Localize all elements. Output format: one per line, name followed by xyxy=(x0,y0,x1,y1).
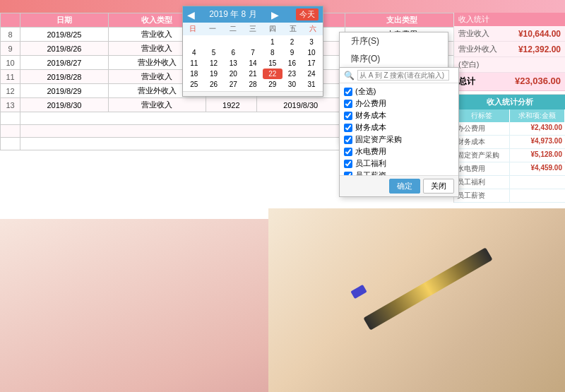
filter-option-item[interactable]: 员工福利 xyxy=(344,158,454,170)
cell-date: 2019/8/25 xyxy=(20,28,109,42)
cell-expdate: 2019/8/30 xyxy=(256,98,345,112)
calendar-weekdays: 日 一 二 三 四 五 六 xyxy=(183,23,323,35)
summary-row-3: (空白) xyxy=(454,57,565,73)
calendar-day xyxy=(243,37,263,47)
calendar-month: 8 xyxy=(242,9,246,19)
income-row-value: ¥5,128.00 xyxy=(510,149,565,162)
calendar-year-label: 年 xyxy=(230,9,241,19)
filter-option-item[interactable]: (全选) xyxy=(344,85,454,97)
calendar-day[interactable]: 10 xyxy=(302,47,321,58)
income-row-value xyxy=(510,189,565,202)
filter-option-checkbox[interactable] xyxy=(344,136,352,144)
calendar-day[interactable]: 19 xyxy=(204,69,224,79)
filter-option-item[interactable]: 固定资产采购 xyxy=(344,133,454,145)
calendar-day[interactable]: 17 xyxy=(302,58,321,69)
filter-option-checkbox[interactable] xyxy=(344,148,352,156)
calendar-day[interactable]: 8 xyxy=(263,47,282,58)
cell-amount: 1922 xyxy=(206,98,256,112)
filter-option-checkbox[interactable] xyxy=(344,124,352,132)
calendar-prev[interactable]: ◀ xyxy=(187,9,195,20)
calendar-day[interactable]: 21 xyxy=(243,69,263,79)
ctx-sort-desc[interactable]: 降序(O) xyxy=(340,50,448,68)
calendar-next[interactable]: ▶ xyxy=(271,9,279,20)
income-row-label: 办公费用 xyxy=(454,122,510,135)
calendar-day[interactable]: 2 xyxy=(282,37,302,47)
calendar-day[interactable]: 7 xyxy=(243,47,263,58)
filter-option-checkbox[interactable] xyxy=(344,88,352,96)
calendar-header: ◀ 2019 年 8 月 ▶ 今天 xyxy=(183,6,323,23)
calendar-day[interactable]: 5 xyxy=(204,47,224,58)
calendar-day[interactable]: 20 xyxy=(223,69,243,79)
summary-label-2: 营业外收入 xyxy=(458,44,497,54)
calendar-day[interactable]: 29 xyxy=(263,79,282,90)
calendar-day[interactable]: 31 xyxy=(302,79,321,90)
income-row-label: 员工福利 xyxy=(454,176,510,189)
cal-weekday-sun: 日 xyxy=(183,23,203,35)
calendar-day[interactable]: 3 xyxy=(302,37,321,47)
filter-search-input[interactable] xyxy=(357,70,449,81)
calendar-day[interactable]: 16 xyxy=(282,58,302,69)
income-row-item: 办公费用 ¥2,430.00 xyxy=(454,122,565,136)
filter-options-list: (全选)办公费用财务成本财务成本固定资产采购水电费用员工福利员工薪资(空白) xyxy=(340,83,458,175)
cal-weekday-thu: 四 xyxy=(263,23,282,35)
summary-value-2: ¥12,392.00 xyxy=(518,44,561,54)
filter-option-item[interactable]: 财务成本 xyxy=(344,109,454,121)
income-row-value: ¥2,430.00 xyxy=(510,122,565,135)
cell-rownum xyxy=(1,138,20,150)
calendar-day[interactable]: 4 xyxy=(184,47,204,58)
calendar-day[interactable]: 1 xyxy=(263,37,282,47)
calendar-day[interactable]: 12 xyxy=(204,58,224,69)
calendar-month-label: 月 xyxy=(249,9,257,19)
calendar-day[interactable]: 23 xyxy=(282,69,302,79)
summary-label-1: 营业收入 xyxy=(458,28,489,39)
income-row-value xyxy=(510,176,565,189)
calendar-day xyxy=(184,37,204,47)
income-col1: 行标签 xyxy=(454,109,510,122)
calendar-year: 2019 xyxy=(209,9,228,19)
filter-option-checkbox[interactable] xyxy=(344,172,352,176)
filter-footer: 确定 关闭 xyxy=(340,175,458,196)
filter-option-item[interactable]: 办公费用 xyxy=(344,97,454,109)
summary-label-3: (空白) xyxy=(458,59,479,70)
calendar-grid: 1234567891011121314151617181920212223242… xyxy=(183,35,323,91)
filter-ok-button[interactable]: 确定 xyxy=(389,179,420,194)
calendar-popup[interactable]: ◀ 2019 年 8 月 ▶ 今天 日 一 二 三 四 五 六 12345678… xyxy=(182,6,323,97)
calendar-day[interactable]: 15 xyxy=(263,58,282,69)
cell-rownum xyxy=(1,125,20,138)
filter-option-checkbox[interactable] xyxy=(344,160,352,168)
calendar-day[interactable]: 13 xyxy=(223,58,243,69)
filter-close-button[interactable]: 关闭 xyxy=(423,179,454,194)
income-row-item: 员工福利 xyxy=(454,176,565,189)
calendar-day[interactable]: 27 xyxy=(223,79,243,90)
calendar-day[interactable]: 6 xyxy=(223,47,243,58)
income-row-item: 财务成本 ¥4,973.00 xyxy=(454,136,565,149)
calendar-day[interactable]: 25 xyxy=(184,79,204,90)
cell-date: 2019/8/28 xyxy=(20,70,109,84)
cell-rownum: 9 xyxy=(1,42,20,56)
ctx-sort-asc[interactable]: 升序(S) xyxy=(340,32,448,50)
filter-option-item[interactable]: 水电费用 xyxy=(344,145,454,158)
income-row-value: ¥4,973.00 xyxy=(510,136,565,148)
calendar-day[interactable]: 26 xyxy=(204,79,224,90)
filter-search-icon: 🔍 xyxy=(344,71,355,81)
calendar-day[interactable]: 22 xyxy=(263,69,282,79)
calendar-today-button[interactable]: 今天 xyxy=(296,8,319,20)
calendar-day[interactable]: 14 xyxy=(243,58,263,69)
cell-rownum: 10 xyxy=(1,56,20,70)
filter-option-label: 财务成本 xyxy=(355,110,386,121)
calendar-year-month: 2019 年 8 月 xyxy=(209,8,256,20)
col-header-num xyxy=(1,13,20,28)
calendar-day[interactable]: 9 xyxy=(282,47,302,58)
calendar-day[interactable]: 30 xyxy=(282,79,302,90)
income-row-label: 水电费用 xyxy=(454,162,510,175)
filter-option-label: 办公费用 xyxy=(355,98,386,109)
calendar-day[interactable]: 18 xyxy=(184,69,204,79)
calendar-day xyxy=(223,37,243,47)
filter-option-item[interactable]: 员工薪资 xyxy=(344,170,454,175)
filter-option-item[interactable]: 财务成本 xyxy=(344,121,454,133)
filter-option-checkbox[interactable] xyxy=(344,100,352,108)
calendar-day[interactable]: 24 xyxy=(302,69,321,79)
calendar-day[interactable]: 11 xyxy=(184,58,204,69)
filter-option-checkbox[interactable] xyxy=(344,112,352,120)
calendar-day[interactable]: 28 xyxy=(243,79,263,90)
